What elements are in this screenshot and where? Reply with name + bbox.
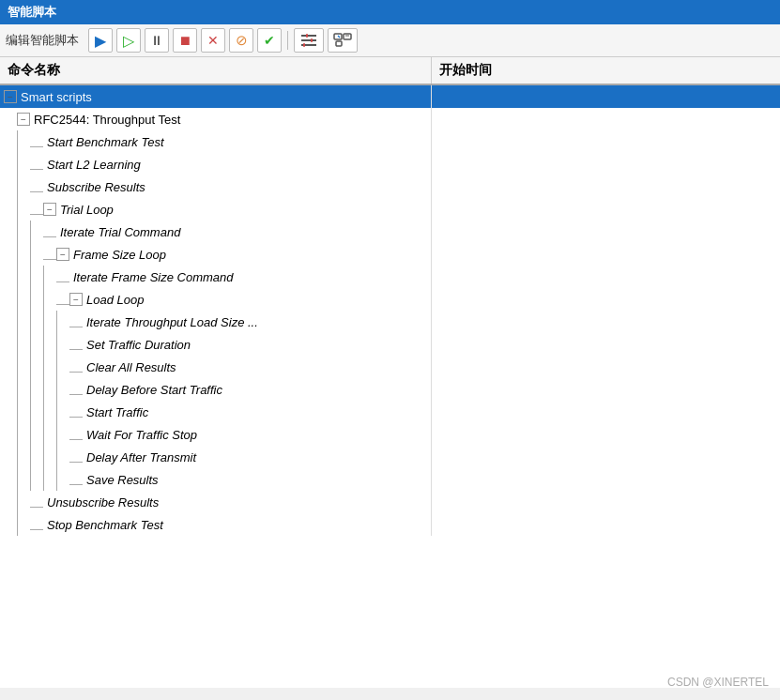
tree-row[interactable]: −Trial Loop <box>0 198 780 221</box>
tree-item-label: Wait For Traffic Stop <box>86 428 197 442</box>
toolbar: 编辑智能脚本 ▶ ▷ ⏸ ⏹ ✕ ⊘ ✔ <box>0 24 780 57</box>
block-button[interactable]: ⊘ <box>229 28 253 53</box>
tree-row[interactable]: Iterate Trial Command <box>0 221 780 243</box>
tree-item-label: Iterate Trial Command <box>60 225 180 239</box>
tree-item-label: Start L2 Learning <box>47 158 141 172</box>
tree-row[interactable]: Unsubscribe Results <box>0 491 780 513</box>
tree-item-label: Trial Loop <box>60 203 114 217</box>
svg-rect-7 <box>344 34 351 39</box>
tree-item-label: Iterate Throughput Load Size ... <box>86 315 258 329</box>
tree-row[interactable]: Clear All Results <box>0 356 780 378</box>
close-button[interactable]: ✕ <box>201 28 225 53</box>
play-next-button[interactable]: ▷ <box>116 28 141 53</box>
tree-row[interactable]: Iterate Throughput Load Size ... <box>0 311 780 333</box>
tree-row[interactable]: Start Benchmark Test <box>0 130 780 153</box>
tree-row[interactable]: Save Results <box>0 468 780 491</box>
expand-icon[interactable]: − <box>69 293 83 306</box>
expand-icon[interactable]: − <box>56 248 69 261</box>
tree-row[interactable]: Iterate Frame Size Command <box>0 266 780 288</box>
tree-item-label: Set Traffic Duration <box>86 338 191 352</box>
toolbar-separator <box>287 31 288 50</box>
expand-icon[interactable]: − <box>43 203 56 216</box>
tree-item-label: Delay After Transmit <box>86 450 196 464</box>
tree-item-label: Iterate Frame Size Command <box>73 270 234 284</box>
tree-row[interactable]: −RFC2544: Throughput Test <box>0 108 780 130</box>
config-button[interactable] <box>328 28 358 53</box>
tree-item-label: Start Traffic <box>86 405 148 419</box>
svg-rect-1 <box>301 39 316 41</box>
tree-row[interactable]: −Frame Size Loop <box>0 243 780 266</box>
title-label: 智能脚本 <box>8 5 56 19</box>
tree-item-label: Delay Before Start Traffic <box>86 383 222 397</box>
stop-button[interactable]: ⏹ <box>173 28 197 53</box>
expand-icon[interactable]: − <box>17 113 30 126</box>
svg-rect-3 <box>311 38 313 42</box>
tree-item-label: Subscribe Results <box>47 180 145 194</box>
tree-row[interactable]: −Smart scripts <box>0 85 780 108</box>
tree-row[interactable]: Stop Benchmark Test <box>0 513 780 536</box>
tree-row[interactable]: Subscribe Results <box>0 175 780 198</box>
tree-item-label: Frame Size Loop <box>73 248 166 262</box>
expand-icon[interactable]: − <box>4 90 17 103</box>
tree-row[interactable]: Delay Before Start Traffic <box>0 378 780 401</box>
tree-item-label: Load Loop <box>86 293 144 307</box>
tree-item-label: Start Benchmark Test <box>47 135 164 149</box>
svg-line-9 <box>338 36 340 38</box>
svg-rect-0 <box>301 35 316 37</box>
play-button[interactable]: ▶ <box>88 28 113 53</box>
tree-item-label: Save Results <box>86 473 159 487</box>
tree-item-label: RFC2544: Throughput Test <box>34 113 180 127</box>
tree-item-label: Unsubscribe Results <box>47 495 159 510</box>
svg-rect-5 <box>303 43 305 47</box>
svg-rect-8 <box>336 41 342 46</box>
tree-item-label: Stop Benchmark Test <box>47 518 163 532</box>
tree-row[interactable]: Wait For Traffic Stop <box>0 423 780 446</box>
watermark: CSDN @XINERTEL <box>667 676 769 689</box>
pause-button[interactable]: ⏸ <box>145 28 169 53</box>
check-button[interactable]: ✔ <box>257 28 282 53</box>
tree-row[interactable]: Start Traffic <box>0 401 780 423</box>
col-name-header: 命令名称 <box>0 57 432 84</box>
tree-row[interactable]: −Load Loop <box>0 288 780 311</box>
toolbar-label: 编辑智能脚本 <box>6 32 79 49</box>
tree-row[interactable]: Start L2 Learning <box>0 153 780 175</box>
tree-item-label: Clear All Results <box>86 360 176 374</box>
tree-area[interactable]: −Smart scripts−RFC2544: Throughput TestS… <box>0 85 780 688</box>
tree-row[interactable]: Delay After Transmit <box>0 446 780 468</box>
column-headers: 命令名称 开始时间 <box>0 57 780 85</box>
col-time-header: 开始时间 <box>432 57 780 84</box>
svg-rect-2 <box>306 34 308 38</box>
svg-rect-6 <box>334 34 342 39</box>
tree-item-label: Smart scripts <box>21 90 92 104</box>
tree-row[interactable]: Set Traffic Duration <box>0 333 780 356</box>
title-bar: 智能脚本 <box>0 0 780 24</box>
settings-button[interactable] <box>294 28 324 53</box>
